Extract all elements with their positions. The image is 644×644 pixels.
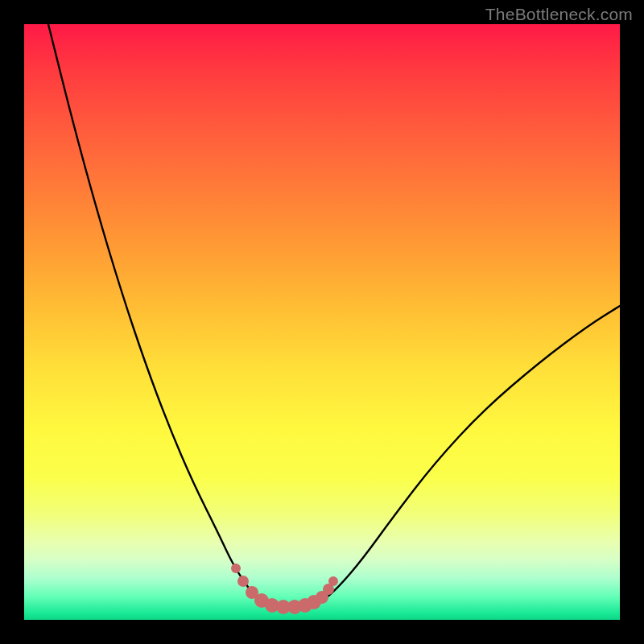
curve-marker <box>231 564 241 573</box>
plot-area <box>24 24 620 620</box>
curve-marker <box>328 576 338 586</box>
curve-svg <box>24 24 620 620</box>
curve-marker <box>237 576 249 587</box>
outer-frame: TheBottleneck.com <box>0 0 644 644</box>
watermark-text: TheBottleneck.com <box>485 5 633 24</box>
marker-group <box>231 564 338 614</box>
bottleneck-curve <box>48 24 620 607</box>
